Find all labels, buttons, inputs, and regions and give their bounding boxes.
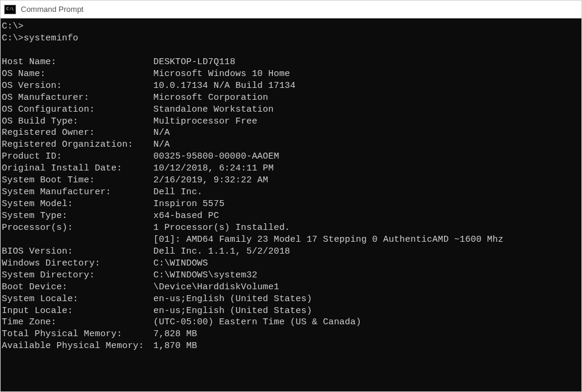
info-row: OS Name:Microsoft Windows 10 Home <box>2 68 581 80</box>
info-row: Registered Organization:N/A <box>2 139 581 151</box>
titlebar[interactable]: Command Prompt <box>1 1 581 18</box>
info-label: OS Configuration: <box>2 104 153 116</box>
info-label: OS Name: <box>2 68 153 80</box>
info-label: Original Install Date: <box>2 163 153 175</box>
info-label: Windows Directory: <box>2 258 153 270</box>
info-label: OS Manufacturer: <box>2 92 153 104</box>
info-row: Registered Owner:N/A <box>2 127 581 139</box>
info-value: N/A <box>153 127 581 139</box>
info-value: Inspiron 5575 <box>153 198 581 210</box>
processor-detail: [01]: AMD64 Family 23 Model 17 Stepping … <box>2 234 581 246</box>
info-value: Multiprocessor Free <box>153 116 581 128</box>
info-label: Registered Owner: <box>2 127 153 139</box>
info-value: DESKTOP-LD7Q118 <box>153 56 581 68</box>
info-value: 1 Processor(s) Installed. <box>153 222 581 234</box>
info-row: OS Version:10.0.17134 N/A Build 17134 <box>2 80 581 92</box>
info-row: Total Physical Memory:7,828 MB <box>2 328 581 340</box>
info-value: Dell Inc. 1.1.1, 5/2/2018 <box>153 246 581 258</box>
info-label: System Model: <box>2 198 153 210</box>
info-label: System Boot Time: <box>2 175 153 186</box>
info-label: Total Physical Memory: <box>2 328 153 340</box>
info-value: C:\WINDOWS\system32 <box>153 270 581 282</box>
info-value: (UTC-05:00) Eastern Time (US & Canada) <box>153 317 581 328</box>
info-row: System Manufacturer:Dell Inc. <box>2 186 581 198</box>
info-row: OS Build Type:Multiprocessor Free <box>2 116 581 128</box>
info-label: Time Zone: <box>2 317 153 328</box>
info-label: OS Build Type: <box>2 116 153 128</box>
command-line: C:\>systeminfo <box>2 33 581 45</box>
info-row: System Model:Inspiron 5575 <box>2 198 581 210</box>
info-row: Original Install Date:10/12/2018, 6:24:1… <box>2 163 581 175</box>
info-row: BIOS Version:Dell Inc. 1.1.1, 5/2/2018 <box>2 246 581 258</box>
info-value: Dell Inc. <box>153 186 581 198</box>
info-value: 10/12/2018, 6:24:11 PM <box>153 163 581 175</box>
info-label: Available Physical Memory: <box>2 340 153 352</box>
info-value: en-us;English (United States) <box>153 305 581 317</box>
info-label: BIOS Version: <box>2 246 153 258</box>
info-label: Registered Organization: <box>2 139 153 151</box>
info-row: System Boot Time:2/16/2019, 9:32:22 AM <box>2 175 581 186</box>
info-row: Boot Device:\Device\HarddiskVolume1 <box>2 282 581 293</box>
systeminfo-output: Host Name:DESKTOP-LD7Q118OS Name:Microso… <box>2 56 581 352</box>
info-value: 1,870 MB <box>153 340 581 352</box>
prompt-line: C:\> <box>2 21 581 33</box>
info-row: Time Zone:(UTC-05:00) Eastern Time (US &… <box>2 317 581 328</box>
info-value: Standalone Workstation <box>153 104 581 116</box>
info-label: Processor(s): <box>2 222 153 234</box>
info-row: Processor(s):1 Processor(s) Installed. <box>2 222 581 234</box>
info-row: System Directory:C:\WINDOWS\system32 <box>2 270 581 282</box>
info-label: OS Version: <box>2 80 153 92</box>
info-label: System Manufacturer: <box>2 186 153 198</box>
info-row: Windows Directory:C:\WINDOWS <box>2 258 581 270</box>
info-value: N/A <box>153 139 581 151</box>
info-label: System Directory: <box>2 270 153 282</box>
info-value: Microsoft Windows 10 Home <box>153 68 581 80</box>
info-row: System Type:x64-based PC <box>2 210 581 222</box>
info-row: Host Name:DESKTOP-LD7Q118 <box>2 56 581 68</box>
info-row: Input Locale:en-us;English (United State… <box>2 305 581 317</box>
info-row: System Locale:en-us;English (United Stat… <box>2 293 581 305</box>
window-title: Command Prompt <box>21 5 83 14</box>
info-row: Available Physical Memory:1,870 MB <box>2 340 581 352</box>
info-value: C:\WINDOWS <box>153 258 581 270</box>
info-value: en-us;English (United States) <box>153 293 581 305</box>
info-value: 00325-95800-00000-AAOEM <box>153 151 581 163</box>
info-row: OS Manufacturer:Microsoft Corporation <box>2 92 581 104</box>
info-label: Host Name: <box>2 56 153 68</box>
info-value: 7,828 MB <box>153 328 581 340</box>
info-value: Microsoft Corporation <box>153 92 581 104</box>
info-label: System Type: <box>2 210 153 222</box>
cmd-icon <box>4 5 16 14</box>
info-label: Boot Device: <box>2 282 153 293</box>
info-value: \Device\HarddiskVolume1 <box>153 282 581 293</box>
info-row: OS Configuration:Standalone Workstation <box>2 104 581 116</box>
info-value: x64-based PC <box>153 210 581 222</box>
info-label: System Locale: <box>2 293 153 305</box>
info-label: Input Locale: <box>2 305 153 317</box>
info-row: Product ID:00325-95800-00000-AAOEM <box>2 151 581 163</box>
command-prompt-window: Command Prompt C:\>C:\>systeminfo Host N… <box>0 0 582 392</box>
terminal-output[interactable]: C:\>C:\>systeminfo Host Name:DESKTOP-LD7… <box>1 18 581 391</box>
info-value: 2/16/2019, 9:32:22 AM <box>153 175 581 186</box>
info-label: Product ID: <box>2 151 153 163</box>
info-value: 10.0.17134 N/A Build 17134 <box>153 80 581 92</box>
